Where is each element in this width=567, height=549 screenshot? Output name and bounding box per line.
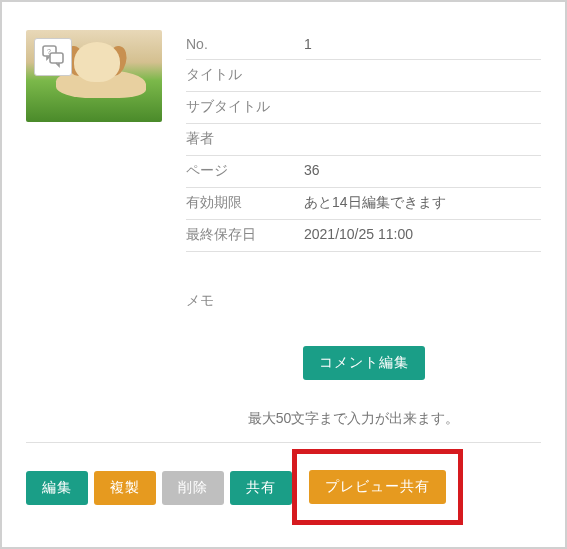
detail-label: 著者 <box>186 130 304 148</box>
detail-label: サブタイトル <box>186 98 304 116</box>
preview-share-button[interactable]: プレビュー共有 <box>309 470 446 504</box>
detail-row-no: No. 1 <box>186 30 541 60</box>
thumbnail: ? <box>26 30 162 122</box>
detail-value: 36 <box>304 162 320 180</box>
detail-row-subtitle: サブタイトル <box>186 92 541 124</box>
detail-value: 1 <box>304 36 312 52</box>
detail-label: 最終保存日 <box>186 226 304 244</box>
detail-value: 2021/10/25 11:00 <box>304 226 413 244</box>
actions-bar: 編集 複製 削除 共有 プレビュー共有 <box>26 442 541 515</box>
share-button[interactable]: 共有 <box>230 471 292 505</box>
detail-row-expiry: 有効期限 あと14日編集できます <box>186 188 541 220</box>
detail-label: タイトル <box>186 66 304 84</box>
svg-rect-2 <box>50 53 63 63</box>
hint-text: 最大50文字まで入力が出来ます。 <box>248 410 460 426</box>
main-row: ? No. 1 タイトル サブタイトル 著者 <box>26 30 541 428</box>
speech-balloon-swap-icon: ? <box>41 44 65 71</box>
detail-label: ページ <box>186 162 304 180</box>
detail-row-author: 著者 <box>186 124 541 156</box>
details-table: No. 1 タイトル サブタイトル 著者 ページ 36 有効期限 あと14日編 <box>186 30 541 428</box>
detail-label: 有効期限 <box>186 194 304 212</box>
memo-label: メモ <box>186 292 541 310</box>
speech-balloon-swap-button[interactable]: ? <box>34 38 72 76</box>
detail-row-page: ページ 36 <box>186 156 541 188</box>
detail-row-title: タイトル <box>186 60 541 92</box>
edit-button[interactable]: 編集 <box>26 471 88 505</box>
comment-edit-row: コメント編集 <box>186 346 541 380</box>
highlight-box: プレビュー共有 <box>292 449 463 525</box>
comment-edit-button[interactable]: コメント編集 <box>303 346 425 380</box>
memo-section: メモ <box>186 292 541 310</box>
detail-value: あと14日編集できます <box>304 194 446 212</box>
detail-label: No. <box>186 36 304 52</box>
hint-row: 最大50文字まで入力が出来ます。 <box>186 410 541 428</box>
delete-button[interactable]: 削除 <box>162 471 224 505</box>
detail-row-last-saved: 最終保存日 2021/10/25 11:00 <box>186 220 541 252</box>
card-container: ? No. 1 タイトル サブタイトル 著者 <box>0 0 567 549</box>
duplicate-button[interactable]: 複製 <box>94 471 156 505</box>
